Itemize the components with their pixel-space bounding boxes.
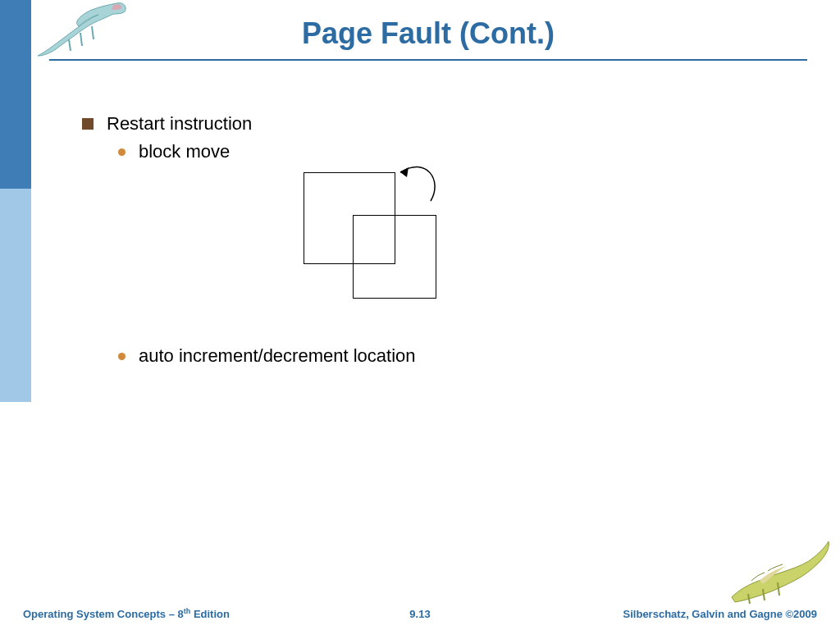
diagram-arrow <box>304 164 468 320</box>
dinosaur-icon <box>727 533 833 607</box>
side-stripe-top <box>0 0 31 189</box>
footer-left: Operating System Concepts – 8th Edition <box>23 607 230 620</box>
side-stripe-mid <box>0 189 31 402</box>
slide: Page Fault (Cont.) Restart instruction b… <box>0 0 840 630</box>
footer: Operating System Concepts – 8th Edition … <box>0 604 840 623</box>
dot-bullet-icon <box>118 353 126 360</box>
square-bullet-icon <box>82 118 94 130</box>
footer-authors: Silberschatz, Galvin and Gagne ©2009 <box>623 608 817 620</box>
svg-marker-0 <box>400 167 409 177</box>
bullet-text: auto increment/decrement location <box>139 345 416 367</box>
bullet-level-2: auto increment/decrement location <box>118 345 791 367</box>
block-move-diagram <box>304 164 468 320</box>
footer-page-number: 9.13 <box>409 608 430 620</box>
side-stripe <box>0 0 31 630</box>
bullet-text: block move <box>139 141 230 162</box>
footer-edition-sup: th <box>184 607 191 615</box>
dot-bullet-icon <box>118 148 126 156</box>
bullet-level-2: block move <box>118 141 791 162</box>
title-underline <box>49 59 807 61</box>
bullet-text: Restart instruction <box>107 113 252 135</box>
content-area: Restart instruction block move <box>82 113 791 162</box>
side-stripe-bottom <box>0 402 31 630</box>
footer-edition-suffix: Edition <box>190 608 230 620</box>
bullet-level-1: Restart instruction <box>82 113 791 135</box>
content-area-lower: auto increment/decrement location <box>82 340 791 367</box>
footer-book-title: Operating System Concepts – 8 <box>23 608 184 620</box>
slide-title: Page Fault (Cont.) <box>49 16 807 51</box>
